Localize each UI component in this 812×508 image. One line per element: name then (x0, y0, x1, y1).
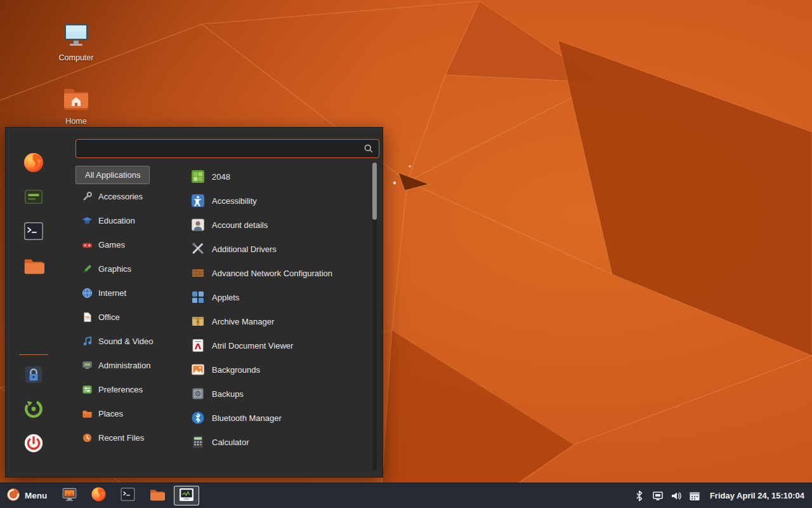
app-icon-2048 (191, 170, 205, 184)
app-icon-network-configuration (191, 266, 205, 280)
category-label: Internet (98, 288, 126, 298)
volume-icon[interactable] (671, 490, 683, 502)
system-monitor-icon (179, 488, 194, 504)
category-label: Recent Files (98, 433, 144, 443)
education-icon (82, 215, 93, 226)
category-administration[interactable]: Administration (75, 353, 188, 377)
app-label: Account details (212, 220, 268, 230)
app-backups[interactable]: Backups (186, 382, 369, 406)
app-label: Additional Drivers (212, 244, 277, 254)
category-label: Accessories (98, 192, 143, 201)
category-accessories[interactable]: Accessories (75, 184, 188, 208)
category-label: Places (98, 409, 123, 418)
lock-icon (23, 364, 44, 388)
scrollbar-thumb[interactable] (372, 163, 377, 220)
menu-categories: All Applications Accessories Education G… (75, 166, 188, 450)
category-label: Graphics (98, 264, 131, 274)
favorite-software-manager-button[interactable] (19, 184, 48, 213)
shutdown-button[interactable] (19, 430, 48, 459)
app-icon-calculator (191, 435, 205, 449)
favorite-terminal-button[interactable] (19, 218, 48, 247)
preferences-icon (82, 384, 93, 395)
favorite-files-button[interactable] (19, 252, 48, 281)
panel-menu-button[interactable]: Menu (0, 483, 55, 508)
app-account-details[interactable]: Account details (186, 213, 369, 237)
panel-menu-label: Menu (25, 491, 47, 500)
app-icon-backups (191, 387, 205, 401)
desktop-wallpaper: Computer Home (0, 0, 812, 508)
favorites-separator (19, 354, 48, 355)
app-backgrounds[interactable]: Backgrounds (186, 358, 369, 382)
menu-favorites-column (6, 128, 62, 477)
home-folder-icon (62, 85, 91, 114)
panel-launcher-firefox[interactable] (84, 483, 113, 508)
app-icon-applets (191, 290, 205, 304)
computer-icon (62, 20, 91, 51)
category-preferences[interactable]: Preferences (75, 377, 188, 401)
app-archive-manager[interactable]: Archive Manager (186, 309, 369, 333)
software-manager-icon (23, 186, 44, 210)
calendar-icon[interactable] (689, 490, 701, 502)
app-label: Calculator (212, 438, 249, 447)
panel-launcher-show-desktop[interactable] (55, 483, 84, 508)
app-icon-additional-drivers (191, 242, 205, 256)
app-label: 2048 (212, 172, 230, 182)
app-applets[interactable]: Applets (186, 285, 369, 309)
bluetooth-icon[interactable] (634, 490, 646, 502)
menu-applications: 2048 Accessibility Account details Addit… (186, 164, 369, 454)
app-label: Backups (212, 389, 244, 399)
panel-clock[interactable]: Friday April 24, 15:10:04 (710, 491, 804, 500)
app-icon-backgrounds (191, 363, 205, 377)
app-additional-drivers[interactable]: Additional Drivers (186, 237, 369, 261)
desktop-icon-home[interactable]: Home (52, 85, 100, 126)
category-office[interactable]: Office (75, 305, 188, 329)
session-buttons (19, 361, 48, 459)
desktop-icon-computer[interactable]: Computer (52, 20, 100, 62)
files-folder-icon (23, 255, 44, 279)
category-recent-files[interactable]: Recent Files (75, 425, 188, 450)
bottom-panel: Menu (0, 483, 812, 508)
recent-files-icon (82, 432, 93, 443)
app-label: Applets (212, 293, 239, 302)
panel-launcher-files[interactable] (142, 483, 171, 508)
menu-search-box (75, 139, 379, 158)
category-education[interactable]: Education (75, 208, 188, 232)
app-bluetooth-manager[interactable]: Bluetooth Manager (186, 406, 369, 430)
category-all-applications[interactable]: All Applications (75, 166, 150, 184)
cinnamon-menu: All Applications Accessories Education G… (5, 127, 383, 478)
lock-screen-button[interactable] (19, 361, 48, 391)
window-list-button-system-monitor[interactable] (174, 486, 199, 505)
power-icon (23, 432, 44, 457)
games-icon (82, 239, 93, 250)
panel-launcher-terminal[interactable] (113, 483, 142, 508)
category-sound-video[interactable]: Sound & Video (75, 329, 188, 353)
category-label: Sound & Video (98, 337, 154, 346)
app-label: Advanced Network Configuration (212, 269, 332, 278)
app-label: Backgrounds (212, 365, 260, 375)
favorite-firefox-button[interactable] (19, 149, 48, 178)
category-graphics[interactable]: Graphics (75, 257, 188, 281)
app-2048[interactable]: 2048 (186, 164, 369, 189)
search-input[interactable] (82, 144, 363, 154)
category-label: All Applications (85, 170, 140, 180)
app-calculator[interactable]: Calculator (186, 430, 369, 454)
category-label: Office (98, 312, 120, 322)
logout-button[interactable] (19, 396, 48, 425)
desktop-icon-label: Computer (52, 53, 100, 62)
category-label: Games (98, 240, 125, 250)
applications-scrollbar[interactable] (372, 163, 377, 471)
category-places[interactable]: Places (75, 401, 188, 425)
app-advanced-network-configuration[interactable]: Advanced Network Configuration (186, 261, 369, 285)
desktop-icon-label: Home (52, 117, 100, 126)
app-icon-atril (191, 338, 205, 352)
network-icon[interactable] (652, 490, 664, 502)
app-icon-archive-manager (191, 314, 205, 328)
category-label: Education (98, 216, 135, 225)
firefox-icon (23, 152, 44, 176)
app-accessibility[interactable]: Accessibility (186, 189, 369, 213)
category-games[interactable]: Games (75, 232, 188, 257)
terminal-icon (23, 220, 44, 244)
app-atril-document-viewer[interactable]: Atril Document Viewer (186, 333, 369, 358)
administration-icon (82, 360, 93, 371)
category-internet[interactable]: Internet (75, 281, 188, 305)
